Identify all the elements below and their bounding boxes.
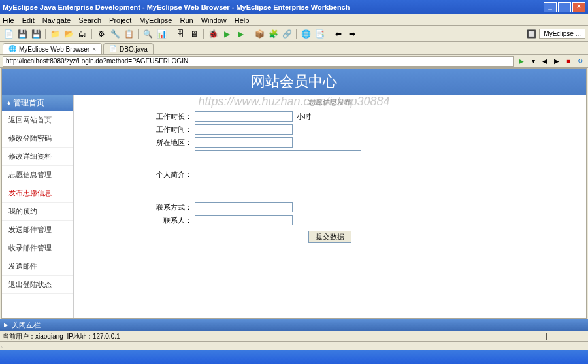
status-user: xiaoqiang xyxy=(35,333,63,340)
sidebar-item-logout[interactable]: 退出登陆状态 xyxy=(2,276,73,294)
progress-icon: ▫ xyxy=(1,343,3,350)
area-label: 所在地区： xyxy=(87,138,195,148)
deploy-icon[interactable]: 🗄 xyxy=(174,28,186,40)
perspective-switcher-icon[interactable]: 🔲 xyxy=(525,28,537,40)
close-left-bar[interactable]: 关闭左栏 xyxy=(0,319,588,331)
tool-icon-1[interactable]: 📁 xyxy=(49,28,61,40)
work-len-input[interactable] xyxy=(195,111,293,122)
status-bar: 当前用户： xiaoqiang IP地址： 127.0.0.1 xyxy=(0,331,588,341)
windows-taskbar xyxy=(0,350,588,364)
nav-back-icon[interactable]: ◀ xyxy=(540,56,550,67)
menu-myeclipse[interactable]: MyEclipse xyxy=(139,16,172,24)
new-icon[interactable]: 📄 xyxy=(3,28,14,40)
sidebar-item-volunteer-mgmt[interactable]: 志愿信息管理 xyxy=(2,166,73,184)
ide-progress-bar: ▫ xyxy=(0,341,588,350)
sidebar-header: 管理首页 xyxy=(2,95,73,111)
page-header: 网站会员中心 xyxy=(2,69,586,95)
area-input[interactable] xyxy=(195,137,293,148)
menu-run[interactable]: Run xyxy=(180,16,193,24)
sidebar-item-password[interactable]: 修改登陆密码 xyxy=(2,129,73,148)
runext-icon[interactable]: ▶ xyxy=(235,28,246,40)
sidebar-item-home[interactable]: 返回网站首页 xyxy=(2,111,73,129)
browser-viewport: 网站会员中心 https://www.huzhan.com/ishop30884… xyxy=(1,68,587,319)
nav-go-icon[interactable]: ▶ xyxy=(516,56,527,67)
sidebar-item-sendmail-mgmt[interactable]: 发送邮件管理 xyxy=(2,221,73,239)
work-len-label: 工作时长： xyxy=(87,112,195,122)
contact-input[interactable] xyxy=(195,202,293,212)
sidebar-item-profile[interactable]: 修改详细资料 xyxy=(2,148,73,166)
submit-button[interactable]: 提交数据 xyxy=(308,231,351,243)
tool-icon-2[interactable]: 📂 xyxy=(63,28,74,40)
window-title: MyEclipse Java Enterprise Development - … xyxy=(3,3,542,11)
form-title: 志愿信息发布 xyxy=(87,97,573,107)
editor-tabs: 🌐 MyEclipse Web Browser × 📄 DBO.java xyxy=(0,42,588,55)
sidebar-item-publish-volunteer[interactable]: 发布志愿信息 xyxy=(2,184,73,203)
contact-label: 联系方式： xyxy=(87,203,195,212)
work-time-input[interactable] xyxy=(195,124,293,135)
sidebar-item-reservation[interactable]: 我的预约 xyxy=(2,203,73,221)
menu-file[interactable]: File xyxy=(3,16,14,24)
run-icon[interactable]: ▶ xyxy=(221,28,233,40)
tab-dbo-label: DBO.java xyxy=(120,46,148,53)
tab-dbo[interactable]: 📄 DBO.java xyxy=(103,43,154,54)
back-icon[interactable]: ⬅ xyxy=(333,28,344,40)
form-panel: 志愿信息发布 工作时长： 小时 工作时间： 所在地区： 个人简介： 联系方式： xyxy=(74,95,586,319)
sidebar-item-recvmail-mgmt[interactable]: 收录邮件管理 xyxy=(2,239,73,257)
intro-textarea[interactable] xyxy=(195,150,361,199)
work-len-unit: 小时 xyxy=(297,112,311,122)
work-time-label: 工作时间： xyxy=(87,125,195,135)
menu-search[interactable]: Search xyxy=(78,16,101,24)
tool-icon-11[interactable]: 🌐 xyxy=(300,28,312,40)
tool-icon-10[interactable]: 🔗 xyxy=(281,28,293,40)
globe-icon: 🌐 xyxy=(8,45,16,53)
tool-icon-4[interactable]: ⚙ xyxy=(95,28,107,40)
status-ip: 127.0.0.1 xyxy=(93,333,120,340)
tool-icon-12[interactable]: 📑 xyxy=(314,28,325,40)
status-box xyxy=(546,333,585,340)
nav-forward-icon[interactable]: ▶ xyxy=(551,56,562,67)
nav-stop-icon[interactable]: ■ xyxy=(563,56,574,67)
tool-icon-3[interactable]: 🗂 xyxy=(76,28,88,40)
tool-icon-5[interactable]: 🔧 xyxy=(109,28,121,40)
forward-icon[interactable]: ➡ xyxy=(346,28,358,40)
status-ip-label: IP地址： xyxy=(67,332,92,341)
close-left-label: 关闭左栏 xyxy=(12,320,41,330)
tool-icon-6[interactable]: 📋 xyxy=(123,28,135,40)
nav-refresh-icon[interactable]: ↻ xyxy=(575,56,585,67)
window-titlebar: MyEclipse Java Enterprise Development - … xyxy=(0,0,588,14)
status-user-label: 当前用户： xyxy=(3,332,35,341)
save-all-icon[interactable]: 💾 xyxy=(30,28,42,40)
main-toolbar: 📄 💾 💾 📁 📂 🗂 ⚙ 🔧 📋 🔍 📊 🗄 🖥 🐞 ▶ ▶ 📦 🧩 🔗 🌐 … xyxy=(0,26,588,42)
person-label: 联系人： xyxy=(87,216,195,225)
menu-edit[interactable]: Edit xyxy=(22,16,35,24)
debug-icon[interactable]: 🐞 xyxy=(207,28,219,40)
menu-project[interactable]: Project xyxy=(109,16,131,24)
tool-icon-7[interactable]: 📊 xyxy=(155,28,167,40)
perspective-label[interactable]: MyEclipse ... xyxy=(539,29,585,39)
url-input[interactable] xyxy=(3,56,514,67)
tool-icon-8[interactable]: 📦 xyxy=(253,28,265,40)
minimize-button[interactable]: _ xyxy=(544,2,557,12)
tool-icon-9[interactable]: 🧩 xyxy=(267,28,279,40)
nav-dropdown-icon[interactable]: ▾ xyxy=(528,56,538,67)
sidebar-nav: 管理首页 返回网站首页 修改登陆密码 修改详细资料 志愿信息管理 发布志愿信息 … xyxy=(2,95,74,319)
maximize-button[interactable]: □ xyxy=(558,2,571,12)
tab-browser[interactable]: 🌐 MyEclipse Web Browser × xyxy=(3,43,102,54)
search-icon[interactable]: 🔍 xyxy=(142,28,154,40)
menu-help[interactable]: Help xyxy=(235,16,250,24)
page-title: 网站会员中心 xyxy=(251,72,337,91)
save-icon[interactable]: 💾 xyxy=(16,28,28,40)
menu-bar: File Edit Navigate Search Project MyEcli… xyxy=(0,14,588,26)
browser-address-bar: ▶ ▾ ◀ ▶ ■ ↻ xyxy=(0,55,588,68)
tab-browser-label: MyEclipse Web Browser xyxy=(19,46,90,53)
close-button[interactable]: × xyxy=(572,2,585,12)
tab-close-icon[interactable]: × xyxy=(92,46,96,53)
server-icon[interactable]: 🖥 xyxy=(188,28,200,40)
java-file-icon: 📄 xyxy=(109,45,117,53)
menu-navigate[interactable]: Navigate xyxy=(42,16,71,24)
sidebar-item-sendmail[interactable]: 发送邮件 xyxy=(2,257,73,276)
person-input[interactable] xyxy=(195,215,293,225)
intro-label: 个人简介： xyxy=(87,150,195,180)
menu-window[interactable]: Window xyxy=(201,16,227,24)
